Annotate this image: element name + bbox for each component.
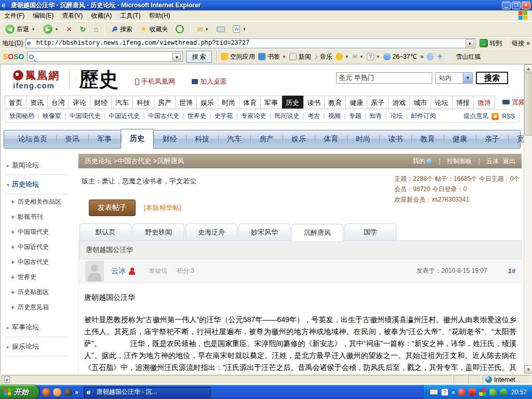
edit-dropdown-icon[interactable]: ▼ bbox=[242, 27, 246, 32]
sidebar-subitem[interactable]: +中国现代史 bbox=[6, 224, 74, 240]
site-nav-item[interactable]: 论坛 bbox=[431, 96, 453, 109]
site-nav-item[interactable]: 汽车 bbox=[112, 96, 133, 109]
sidebar-item-military-forum[interactable]: ▸军事论坛 bbox=[6, 318, 68, 337]
sidebar-subitem[interactable]: +影视书刊 bbox=[6, 209, 74, 224]
address-url[interactable]: http://bbshistory.news.ifeng.com/viewthr… bbox=[36, 39, 464, 47]
site-nav-item[interactable]: 游戏 bbox=[389, 96, 410, 109]
soso-search-input[interactable]: ▼ bbox=[27, 51, 183, 62]
menu-item[interactable]: 帮助(H) bbox=[149, 11, 170, 20]
print-button[interactable] bbox=[214, 25, 228, 34]
links-label[interactable]: 链接 bbox=[512, 39, 524, 48]
ghost-icon[interactable] bbox=[446, 53, 453, 60]
back-dropdown-icon[interactable]: ▼ bbox=[31, 27, 35, 32]
subnav-item[interactable]: 知青 bbox=[361, 112, 382, 121]
search-button[interactable]: 🔎︎搜索 bbox=[108, 23, 136, 35]
forum-nav-item[interactable]: 论坛首页 bbox=[9, 130, 56, 148]
site-search-input[interactable] bbox=[336, 72, 432, 84]
quicklaunch-more-chevron[interactable]: » bbox=[75, 389, 78, 396]
subnav-item[interactable]: 中国现代史 bbox=[61, 112, 101, 121]
site-nav-item[interactable]: 世博 bbox=[176, 96, 197, 109]
rss-link[interactable]: RSS bbox=[502, 113, 515, 120]
my-menu[interactable]: 我的 bbox=[413, 157, 432, 166]
board-tab[interactable]: 史海泛舟 bbox=[185, 223, 237, 241]
soso-username[interactable]: 雪山红狐 bbox=[456, 52, 481, 61]
site-nav-item[interactable]: 健康 bbox=[346, 96, 367, 109]
tray-globe-icon[interactable] bbox=[479, 389, 486, 396]
keyboard-layout-icon[interactable] bbox=[430, 389, 438, 395]
subnav-item[interactable]: 邮件订阅 bbox=[403, 112, 436, 121]
subnav-item[interactable]: 论坛 bbox=[382, 112, 403, 121]
stop-button[interactable]: ✕ bbox=[63, 24, 75, 35]
site-nav-item[interactable]: 亲子 bbox=[367, 96, 389, 109]
subnav-item[interactable]: 轶闻秘档 bbox=[9, 112, 34, 121]
taskbar-window-button[interactable]: e 唐朝越国公汪华 - 沉... bbox=[84, 387, 211, 398]
control-panel-link[interactable]: 控制面板 bbox=[447, 157, 472, 166]
site-nav-item[interactable]: 财经 bbox=[90, 96, 112, 109]
site-nav-item[interactable]: 历史 bbox=[282, 96, 303, 109]
rss-icon[interactable]: ◉ bbox=[491, 113, 499, 120]
board-tab[interactable]: 妙宋风华 bbox=[238, 223, 290, 241]
scroll-up-button[interactable]: ▲ bbox=[524, 64, 532, 73]
breadcrumb[interactable]: 历史论坛 >中国古代史 >沉醉唐风 bbox=[85, 156, 184, 166]
menu-item[interactable]: 查看(V) bbox=[62, 11, 83, 20]
site-nav-item[interactable]: 微博 bbox=[474, 96, 495, 109]
sidebar-subitem[interactable]: +历史相关作品区 bbox=[6, 194, 74, 209]
tray-shield-icon[interactable] bbox=[469, 389, 476, 396]
site-nav-item[interactable]: 首页 bbox=[5, 96, 26, 109]
forum-nav-item[interactable]: 教育 bbox=[411, 130, 444, 148]
site-nav-item[interactable]: 台湾 bbox=[48, 96, 69, 109]
soso-news-link[interactable]: 新闻 bbox=[289, 52, 311, 61]
board-tab[interactable]: 野史轶闻 bbox=[132, 223, 184, 241]
sidebar-subitem[interactable]: +中国古代史 bbox=[6, 255, 74, 270]
forum-nav-item[interactable]: 汽车 bbox=[218, 130, 250, 148]
tray-help-icon[interactable]: ? bbox=[441, 389, 448, 396]
sidebar-subitem[interactable]: +世界史 bbox=[6, 270, 74, 285]
close-button[interactable]: ✕ bbox=[522, 2, 530, 9]
maximize-button[interactable]: ❐ bbox=[512, 2, 521, 9]
menu-item[interactable]: 工具(T) bbox=[120, 11, 140, 20]
refresh-button[interactable]: ↻ bbox=[77, 23, 89, 35]
address-field[interactable]: e http://bbshistory.news.ifeng.com/viewt… bbox=[25, 38, 476, 48]
subnav-item[interactable]: 世界史 bbox=[179, 112, 206, 121]
forum-nav-item[interactable]: 资讯 bbox=[56, 130, 88, 148]
plus-icon[interactable]: ✚ bbox=[437, 53, 442, 60]
mail-dropdown-icon[interactable]: ▼ bbox=[205, 27, 209, 32]
minimize-button[interactable]: ▁ bbox=[502, 2, 511, 9]
board-tab[interactable]: 国学 bbox=[344, 223, 396, 241]
browser-quicklaunch-icon[interactable] bbox=[42, 388, 50, 396]
menu-item[interactable]: 收藏(A) bbox=[91, 11, 112, 20]
search-scope-select[interactable]: 站内▼ bbox=[435, 72, 473, 84]
forum-nav-item[interactable]: 科技 bbox=[186, 130, 218, 148]
menu-item[interactable]: 文件(F) bbox=[4, 11, 24, 20]
history-button[interactable] bbox=[172, 23, 187, 35]
site-nav-item[interactable]: 时尚 bbox=[218, 96, 240, 109]
board-tab[interactable]: 默认页 bbox=[79, 223, 131, 241]
scroll-down-button[interactable]: ▼ bbox=[524, 365, 532, 374]
digest-link[interactable]: [本版精华帖] bbox=[144, 203, 181, 212]
tray-umbrella-icon[interactable] bbox=[500, 389, 507, 396]
sidebar-item-history-forum[interactable]: ▾历史论坛 bbox=[6, 175, 68, 194]
feedback-link[interactable]: 提点意见 bbox=[463, 112, 488, 121]
site-nav-item[interactable]: 读书 bbox=[303, 96, 325, 109]
subnav-item[interactable]: 考古 bbox=[299, 112, 320, 121]
soso-mail-menu[interactable]: ✉▼ bbox=[352, 53, 364, 60]
media-quicklaunch-icon[interactable] bbox=[53, 388, 61, 396]
sidebar-subitem[interactable]: +历史贴图区 bbox=[6, 285, 74, 300]
edit-button[interactable]: W▼ bbox=[230, 24, 249, 34]
sidebar-item-news-forum[interactable]: ▸新闻论坛 bbox=[6, 156, 68, 175]
mobile-ifeng-link[interactable]: 手机凤凰网 bbox=[135, 77, 175, 89]
forum-nav-item[interactable]: 财经 bbox=[154, 130, 186, 148]
scope-dropdown-icon[interactable]: ▼ bbox=[463, 73, 472, 83]
forum-nav-item[interactable]: 体育 bbox=[315, 130, 347, 148]
subnav-item[interactable]: 史学苑 bbox=[206, 112, 233, 121]
forward-button[interactable]: ▶▼ bbox=[40, 23, 62, 35]
forum-nav-item[interactable]: 读书 bbox=[379, 130, 411, 148]
site-nav-item[interactable]: 科技 bbox=[133, 96, 154, 109]
forum-nav-item[interactable]: 时尚 bbox=[347, 130, 379, 148]
site-nav-item[interactable]: 娱乐 bbox=[197, 96, 218, 109]
send-pm-link[interactable]: 发短信 bbox=[149, 267, 167, 275]
soso-bookmark-link[interactable]: 书签▼ bbox=[258, 52, 286, 61]
menu-item[interactable]: 编辑(E) bbox=[33, 11, 54, 20]
subnav-item[interactable]: 视频 bbox=[320, 112, 341, 121]
subnav-item[interactable]: 民间说史 bbox=[266, 112, 299, 121]
